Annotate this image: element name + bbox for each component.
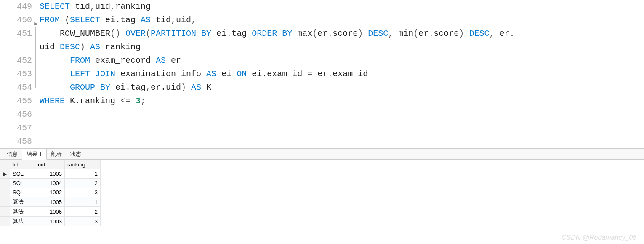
- line-number: 457: [0, 121, 35, 135]
- fold-gutter: [35, 40, 40, 54]
- watermark: CSDN @Redamancy_06: [562, 234, 636, 241]
- results-table[interactable]: tiduidranking ▶SQL10031SQL10042SQL10023算…: [0, 160, 101, 226]
- code-text[interactable]: FROM (SELECT ei.tag AS tid,uid,: [40, 13, 644, 27]
- code-text[interactable]: [40, 121, 644, 135]
- table-row[interactable]: SQL10023: [0, 188, 101, 197]
- cell-uid[interactable]: 1005: [35, 197, 65, 207]
- fold-gutter: [35, 94, 40, 108]
- table-row[interactable]: 算法10062: [0, 207, 101, 217]
- fold-gutter: [35, 121, 40, 135]
- cell-ranking[interactable]: 3: [65, 217, 101, 226]
- line-number: 458: [0, 135, 35, 148]
- result-tabs: 信息结果 1剖析状态: [0, 149, 644, 160]
- row-marker: [0, 188, 10, 197]
- code-text[interactable]: GROUP BY ei.tag,er.uid) AS K: [40, 81, 644, 94]
- line-number: [0, 40, 35, 54]
- fold-gutter: [35, 67, 40, 81]
- code-text[interactable]: [40, 135, 644, 148]
- cell-ranking[interactable]: 2: [65, 179, 101, 188]
- cell-tid[interactable]: 算法: [10, 207, 35, 217]
- row-marker-header: [0, 160, 10, 169]
- code-editor[interactable]: 449SELECT tid,uid,ranking450FROM (SELECT…: [0, 0, 644, 148]
- code-line[interactable]: 450FROM (SELECT ei.tag AS tid,uid,: [0, 13, 644, 27]
- line-number: 455: [0, 94, 35, 108]
- cell-tid[interactable]: SQL: [10, 188, 35, 197]
- code-line[interactable]: 449SELECT tid,uid,ranking: [0, 0, 644, 13]
- row-marker: [0, 207, 10, 217]
- code-text[interactable]: ROW_NUMBER() OVER(PARTITION BY ei.tag OR…: [40, 27, 644, 40]
- cell-tid[interactable]: 算法: [10, 197, 35, 207]
- code-line[interactable]: 451 ROW_NUMBER() OVER(PARTITION BY ei.ta…: [0, 27, 644, 40]
- line-number: 451: [0, 27, 35, 40]
- table-row[interactable]: SQL10042: [0, 179, 101, 188]
- code-line[interactable]: 453 LEFT JOIN examination_info AS ei ON …: [0, 67, 644, 81]
- code-text[interactable]: [40, 108, 644, 121]
- table-row[interactable]: ▶SQL10031: [0, 169, 101, 179]
- cell-uid[interactable]: 1006: [35, 207, 65, 217]
- tab-1[interactable]: 结果 1: [22, 148, 47, 160]
- cell-ranking[interactable]: 1: [65, 169, 101, 179]
- tab-0[interactable]: 信息: [3, 149, 22, 159]
- column-header-uid[interactable]: uid: [35, 160, 65, 169]
- cell-uid[interactable]: 1003: [35, 217, 65, 226]
- code-line[interactable]: 457: [0, 121, 644, 135]
- code-text[interactable]: SELECT tid,uid,ranking: [40, 0, 644, 13]
- line-number: 456: [0, 108, 35, 121]
- cell-ranking[interactable]: 3: [65, 188, 101, 197]
- line-number: 449: [0, 0, 35, 13]
- cell-uid[interactable]: 1004: [35, 179, 65, 188]
- code-text[interactable]: WHERE K.ranking <= 3;: [40, 94, 644, 108]
- line-number: 453: [0, 67, 35, 81]
- fold-gutter: [35, 135, 40, 148]
- row-marker: ▶: [0, 169, 10, 179]
- line-number: 454: [0, 81, 35, 94]
- code-line[interactable]: 458: [0, 135, 644, 148]
- code-line[interactable]: uid DESC) AS ranking: [0, 40, 644, 54]
- table-row[interactable]: 算法10033: [0, 217, 101, 226]
- tab-2[interactable]: 剖析: [47, 149, 66, 159]
- cell-ranking[interactable]: 1: [65, 197, 101, 207]
- fold-gutter: [35, 27, 40, 40]
- tab-3[interactable]: 状态: [66, 149, 85, 159]
- code-text[interactable]: FROM exam_record AS er: [40, 54, 644, 67]
- row-marker: [0, 197, 10, 207]
- code-text[interactable]: LEFT JOIN examination_info AS ei ON ei.e…: [40, 67, 644, 81]
- fold-gutter: [35, 81, 40, 94]
- cell-tid[interactable]: SQL: [10, 169, 35, 179]
- cell-tid[interactable]: SQL: [10, 179, 35, 188]
- code-line[interactable]: 456: [0, 108, 644, 121]
- code-line[interactable]: 454 GROUP BY ei.tag,er.uid) AS K: [0, 81, 644, 94]
- column-header-tid[interactable]: tid: [10, 160, 35, 169]
- fold-gutter[interactable]: [35, 13, 40, 27]
- line-number: 450: [0, 13, 35, 27]
- table-row[interactable]: 算法10051: [0, 197, 101, 207]
- code-text[interactable]: uid DESC) AS ranking: [40, 40, 644, 54]
- fold-gutter: [35, 108, 40, 121]
- line-number: 452: [0, 54, 35, 67]
- fold-gutter: [35, 54, 40, 67]
- fold-gutter: [35, 0, 40, 13]
- cell-tid[interactable]: 算法: [10, 217, 35, 226]
- code-line[interactable]: 452 FROM exam_record AS er: [0, 54, 644, 67]
- row-marker: [0, 217, 10, 226]
- code-line[interactable]: 455WHERE K.ranking <= 3;: [0, 94, 644, 108]
- cell-ranking[interactable]: 2: [65, 207, 101, 217]
- row-marker: [0, 179, 10, 188]
- cell-uid[interactable]: 1002: [35, 188, 65, 197]
- column-header-ranking[interactable]: ranking: [65, 160, 101, 169]
- cell-uid[interactable]: 1003: [35, 169, 65, 179]
